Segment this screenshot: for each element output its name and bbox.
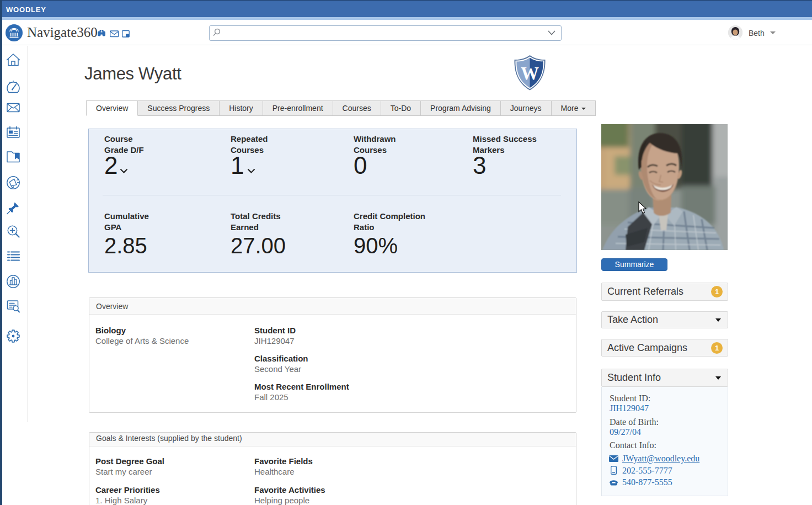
svg-text:W: W bbox=[521, 63, 539, 83]
